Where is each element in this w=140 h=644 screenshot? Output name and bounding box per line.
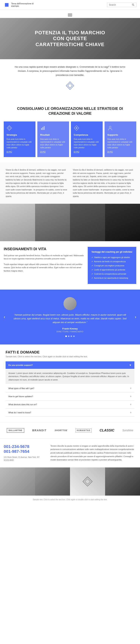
- competenza-icon: [74, 125, 79, 131]
- testimonial-role: DIRETTORE FINANZIARIO: [11, 330, 129, 333]
- strategia-icon: [6, 125, 12, 131]
- building-image-1: [0, 204, 35, 241]
- testimonial-avatar: [64, 297, 76, 310]
- svg-rect-0: [5, 3, 7, 5]
- contact-address: 121 Rock Street, 21 Avenue, New York, NY…: [4, 456, 45, 462]
- testimonial-next-button[interactable]: ›: [133, 312, 138, 322]
- faq-question-3: What devices does this run on?: [8, 403, 37, 406]
- svg-rect-3: [7, 5, 8, 7]
- svg-rect-11: [42, 127, 43, 130]
- faq-question-4: What do I need to know?: [8, 412, 31, 414]
- faq-open-question: Do you provide support?: [8, 364, 33, 366]
- logo-icon: [4, 2, 10, 8]
- logo-area: Tema dell'innovazione di esempio: [4, 2, 34, 8]
- diamond-icon-divider: [11, 81, 129, 91]
- search-box[interactable]: [107, 2, 136, 7]
- faq-subtitle: Sample text. Click to select the text bo…: [5, 355, 135, 358]
- faq-plus-4: +: [130, 411, 132, 414]
- building-image-4: [105, 204, 140, 241]
- lessons-benefits-box: Vantaggi del coaching per gli individui …: [88, 247, 136, 284]
- feature-card-supporto: Supporto Duis aute irure dolor in repreh…: [105, 122, 136, 157]
- hero-content: POTENZIA IL TUO MARCHIO CON QUESTE CARAT…: [27, 30, 113, 48]
- faq-item-1[interactable]: What types of files will I get? +: [5, 384, 135, 392]
- testimonial-prev-button[interactable]: ‹: [2, 312, 7, 322]
- benefits-list: Stabilire e agire per raggiungere gli ob…: [91, 256, 133, 280]
- gallery-3-graphic: [82, 476, 93, 487]
- intro-text: Ha una cosa rapida questi dopo essere an…: [11, 65, 129, 77]
- footer-gallery: [0, 468, 140, 496]
- benefit-4: Costruire la consapevolezza personale: [91, 272, 133, 276]
- benefits-title: Vantaggi del coaching per gli individui: [91, 250, 133, 253]
- feature-link-0[interactable]: DI PIÙ: [6, 151, 12, 153]
- faq-item-2[interactable]: How to get future updates? +: [5, 392, 135, 400]
- feature-link-3[interactable]: DI PIÙ: [107, 151, 113, 153]
- gallery-image-1: [0, 468, 35, 496]
- svg-point-4: [132, 4, 134, 5]
- footer-bar: Sample text. Click to select the text bo…: [0, 496, 140, 504]
- gallery-img-inner-2: [35, 468, 70, 496]
- faq-plus-3: +: [130, 403, 132, 406]
- hamburger-line-1: [68, 14, 72, 14]
- strategy-section-title: CONSIGLIAMO LE ORGANIZZAZIONI NELLE STRA…: [0, 100, 140, 120]
- text-col-1: Vivere la vita è destino di domani, sebb…: [5, 168, 67, 198]
- faq-item-4[interactable]: What do I need to know? +: [5, 408, 135, 417]
- dot-0[interactable]: [65, 336, 67, 337]
- gallery-img-inner-3: [70, 468, 105, 496]
- search-input[interactable]: [109, 4, 131, 6]
- building-image-2: [35, 204, 70, 241]
- faq-question-2: How to get future updates?: [8, 395, 33, 398]
- benefit-2: Consigli per una migliore produzione: [91, 264, 133, 268]
- svg-marker-9: [8, 127, 11, 129]
- dot-3[interactable]: [73, 336, 75, 337]
- faq-question-1: What types of files will I get?: [8, 387, 34, 390]
- lessons-para1: Sed pulmar ram gravida hendrerit lectus.…: [4, 254, 84, 260]
- hero-section: POTENZIA IL TUO MARCHIO CON QUESTE CARAT…: [0, 18, 140, 59]
- testimonial-name: Frank Kinney: [11, 327, 129, 330]
- dot-2[interactable]: [70, 336, 72, 337]
- svg-marker-16: [83, 477, 92, 486]
- dot-1[interactable]: [68, 336, 70, 337]
- hamburger-menu[interactable]: [68, 14, 72, 16]
- testimonial-dots: [11, 336, 129, 337]
- hero-title: POTENZIA IL TUO MARCHIO CON QUESTE CARAT…: [35, 30, 105, 48]
- text-col-2: Vivere la vita è destino di domani, sebb…: [73, 168, 135, 198]
- feature-title-2: Competenza: [74, 134, 100, 136]
- feature-card-strategia: Strategia Duis aute irure dolor in repre…: [4, 122, 35, 157]
- brand-shorttoe: SHORTTOE: [55, 429, 68, 432]
- buildings-image-section: [0, 204, 140, 241]
- search-icon: [132, 4, 135, 6]
- benefit-0: Stabilire e agire per raggiungere gli ob…: [91, 256, 133, 260]
- contact-description: Tenere discolto la pauta mentre si eroga…: [50, 444, 136, 462]
- svg-marker-6: [66, 82, 74, 90]
- feature-link-2[interactable]: DI PIÙ: [74, 151, 79, 153]
- footer-text: Sample text. Click to select the text bo…: [33, 498, 107, 500]
- feature-text-1: Duis aute irure dolor in reprehenderit i…: [40, 138, 66, 149]
- feature-card-competenza: Competenza Duis aute irure dolor in repr…: [71, 122, 103, 157]
- phone-number-1: 001-234-5678: [4, 444, 45, 449]
- text-columns-section: Vivere la vita è destino di domani, sebb…: [0, 163, 140, 204]
- feature-card-risultati: Risultati Duis aute irure dolor in repre…: [37, 122, 69, 157]
- avatar-image: [64, 297, 76, 310]
- gallery-image-2: [35, 468, 70, 496]
- features-grid: Strategia Duis aute irure dolor in repre…: [0, 120, 140, 163]
- faq-open-answer: Answer: Lorem ipsum dolor sit amet, cons…: [5, 370, 135, 384]
- nav-bar[interactable]: [0, 10, 140, 18]
- brand-classic: CLASSIC: [100, 428, 114, 432]
- svg-rect-2: [5, 5, 7, 7]
- feature-link-1[interactable]: DI PIÙ: [40, 151, 46, 153]
- site-title: Tema dell'innovazione di esempio: [11, 2, 34, 7]
- brand-ballantine: BALLANTINE: [7, 428, 24, 433]
- contact-section: 001-234-5678 001-987-7654 121 Rock Stree…: [0, 438, 140, 468]
- faq-open-item[interactable]: Do you provide support? ▼: [5, 361, 135, 369]
- supporto-icon: [107, 125, 113, 131]
- lessons-section: INSEGNAMENTI DI VITA Sed pulmar ram grav…: [0, 241, 140, 290]
- brand-brandit: BRANDIT: [32, 429, 47, 432]
- feature-text-2: Duis aute irure dolor in reprehenderit i…: [74, 138, 100, 149]
- lessons-left: INSEGNAMENTI DI VITA Sed pulmar ram grav…: [4, 247, 84, 284]
- faq-item-3[interactable]: What devices does this run on? +: [5, 400, 135, 408]
- gallery-image-3: [70, 468, 105, 496]
- strategy-heading: CONSIGLIAMO LE ORGANIZZAZIONI NELLE STRA…: [7, 106, 133, 116]
- building-image-3: [70, 204, 105, 241]
- lessons-title: INSEGNAMENTI DI VITA: [4, 247, 84, 251]
- benefit-3: Livello di apprendimento più profondo: [91, 268, 133, 272]
